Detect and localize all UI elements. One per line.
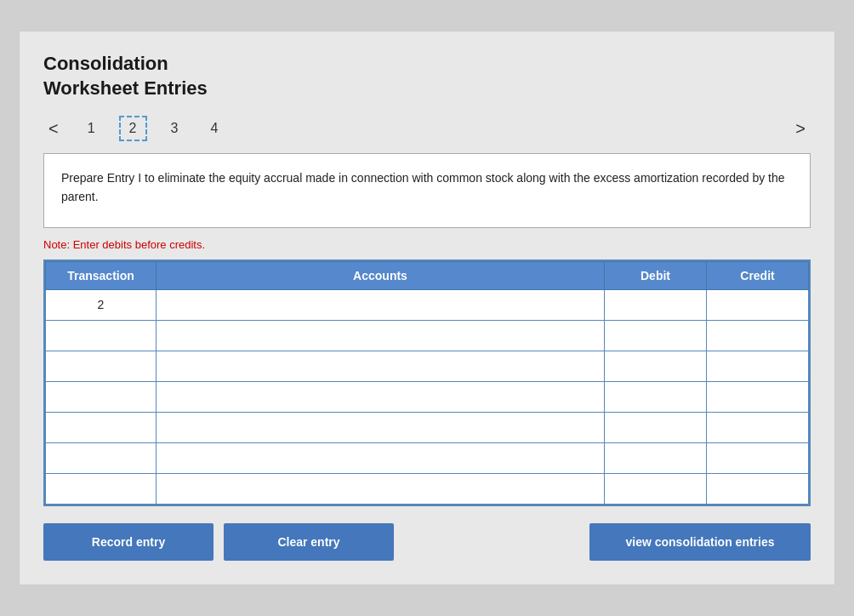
account-cell[interactable]: [157, 412, 605, 442]
transaction-cell: [46, 351, 157, 381]
credit-cell[interactable]: [707, 289, 809, 320]
debit-cell[interactable]: [605, 351, 707, 381]
credit-input[interactable]: [714, 385, 801, 408]
entries-table: Transaction Accounts Debit Credit 2: [45, 261, 809, 505]
debit-input[interactable]: [612, 447, 699, 470]
next-arrow[interactable]: >: [790, 117, 811, 140]
page-2[interactable]: 2: [119, 116, 147, 141]
transaction-cell: [46, 381, 157, 412]
table-row: [46, 381, 809, 412]
debit-cell[interactable]: [605, 289, 707, 320]
credit-input[interactable]: [714, 447, 801, 470]
col-transaction: Transaction: [46, 261, 157, 289]
account-cell[interactable]: [157, 442, 605, 473]
debit-input[interactable]: [612, 477, 699, 500]
page-4[interactable]: 4: [202, 117, 226, 140]
credit-cell[interactable]: [707, 473, 809, 504]
table-row: 2: [46, 289, 809, 320]
clear-entry-button[interactable]: Clear entry: [224, 523, 394, 561]
page-3[interactable]: 3: [162, 117, 187, 140]
pagination: < 1 2 3 4 >: [43, 116, 811, 141]
transaction-cell: [46, 320, 157, 351]
table-row: [46, 351, 809, 381]
account-cell[interactable]: [157, 289, 605, 320]
debit-input[interactable]: [612, 355, 699, 378]
view-consolidation-button[interactable]: view consolidation entries: [589, 523, 811, 561]
table-row: [46, 473, 809, 504]
record-entry-button[interactable]: Record entry: [43, 523, 214, 561]
account-cell[interactable]: [157, 473, 605, 504]
credit-cell[interactable]: [707, 442, 809, 473]
main-container: Consolidation Worksheet Entries < 1 2 3 …: [19, 31, 835, 585]
col-credit: Credit: [707, 261, 809, 289]
debit-input[interactable]: [612, 324, 699, 347]
entries-table-wrapper: Transaction Accounts Debit Credit 2: [43, 260, 811, 506]
account-cell[interactable]: [157, 351, 605, 381]
account-input[interactable]: [163, 477, 597, 500]
account-cell[interactable]: [157, 320, 605, 351]
credit-cell[interactable]: [707, 351, 809, 381]
transaction-cell: [46, 412, 157, 442]
page-1[interactable]: 1: [79, 117, 104, 140]
col-accounts: Accounts: [157, 261, 605, 289]
page-title: Consolidation Worksheet Entries: [43, 52, 811, 100]
credit-input[interactable]: [714, 355, 801, 378]
debit-input[interactable]: [612, 385, 699, 408]
account-input[interactable]: [163, 324, 597, 347]
prev-arrow[interactable]: <: [43, 117, 64, 140]
transaction-cell: 2: [46, 289, 157, 320]
credit-cell[interactable]: [707, 320, 809, 351]
debit-cell[interactable]: [605, 442, 707, 473]
table-row: [46, 320, 809, 351]
credit-cell[interactable]: [707, 381, 809, 412]
debit-input[interactable]: [612, 416, 699, 439]
debit-cell[interactable]: [605, 381, 707, 412]
account-input[interactable]: [163, 385, 597, 408]
note-text: Note: Enter debits before credits.: [43, 238, 811, 251]
col-debit: Debit: [605, 261, 707, 289]
transaction-cell: [46, 473, 157, 504]
buttons-row: Record entry Clear entry view consolidat…: [43, 523, 811, 561]
account-input[interactable]: [163, 294, 597, 317]
credit-input[interactable]: [714, 416, 801, 439]
transaction-cell: [46, 442, 157, 473]
credit-cell[interactable]: [707, 412, 809, 442]
debit-cell[interactable]: [605, 473, 707, 504]
account-cell[interactable]: [157, 381, 605, 412]
credit-input[interactable]: [714, 324, 801, 347]
instruction-text: Prepare Entry I to eliminate the equity …: [61, 171, 785, 203]
account-input[interactable]: [163, 355, 597, 378]
credit-input[interactable]: [714, 294, 801, 317]
debit-input[interactable]: [612, 294, 699, 317]
table-row: [46, 412, 809, 442]
instruction-box: Prepare Entry I to eliminate the equity …: [43, 153, 811, 227]
credit-input[interactable]: [714, 477, 801, 500]
account-input[interactable]: [163, 416, 597, 439]
account-input[interactable]: [163, 447, 597, 470]
debit-cell[interactable]: [605, 412, 707, 442]
table-row: [46, 442, 809, 473]
debit-cell[interactable]: [605, 320, 707, 351]
